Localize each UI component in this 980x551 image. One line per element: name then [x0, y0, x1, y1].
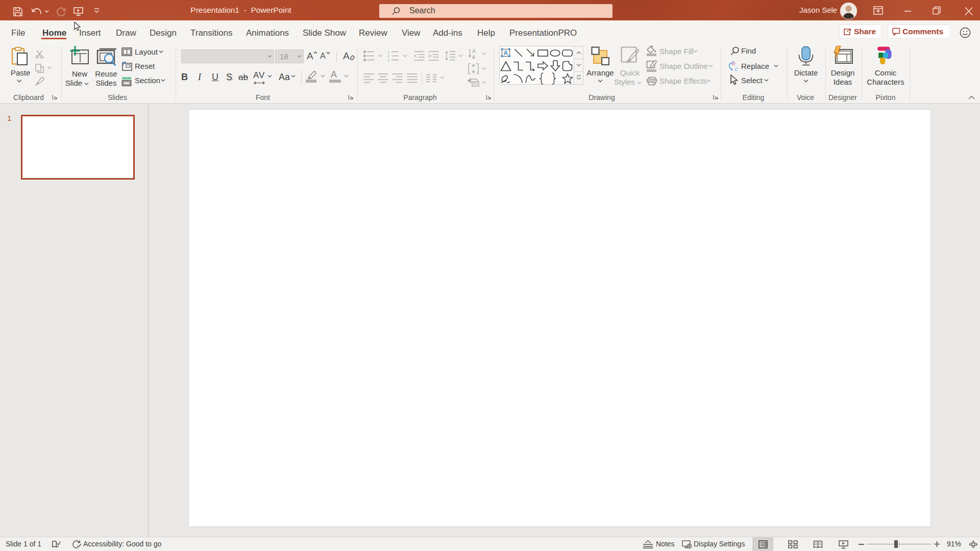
svg-text:A: A [504, 49, 508, 57]
svg-text:A: A [472, 48, 476, 54]
svg-text:c: c [735, 65, 738, 72]
svg-text:3: 3 [387, 58, 389, 62]
